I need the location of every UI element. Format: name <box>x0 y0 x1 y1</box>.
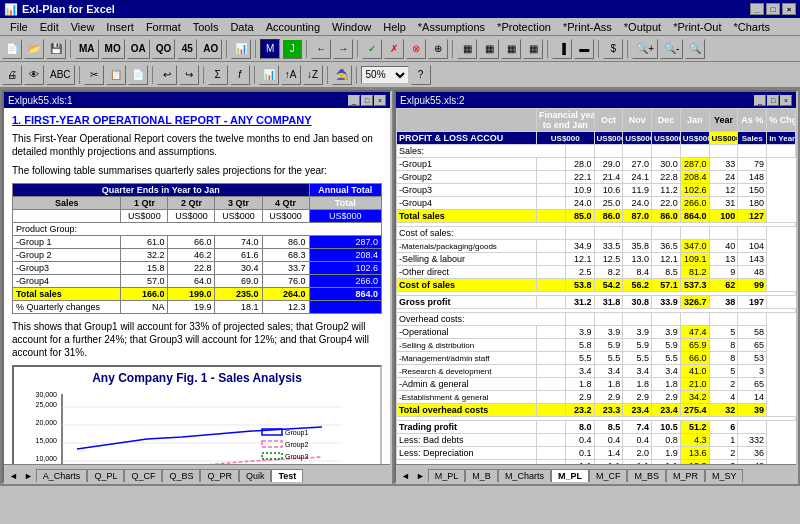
menu-insert[interactable]: Insert <box>100 20 140 34</box>
table-row: Less: Depreciation0.11.42.01.913.6236 <box>397 447 796 460</box>
45-button[interactable]: 45 <box>177 39 197 59</box>
mo-button[interactable]: MO <box>101 39 125 59</box>
grid3-button[interactable]: ▦ <box>501 39 521 59</box>
maximize-button[interactable]: □ <box>766 3 780 15</box>
menu-file[interactable]: File <box>4 20 34 34</box>
close-button[interactable]: × <box>782 3 796 15</box>
m-button[interactable]: M <box>260 39 280 59</box>
cut-button[interactable]: ✂ <box>84 65 104 85</box>
pl-table: Financial yearto end Jan Oct Nov Dec Jan… <box>396 108 796 464</box>
wizard-button[interactable]: 🧙 <box>332 65 352 85</box>
tab-q-pl[interactable]: Q_PL <box>87 469 124 482</box>
stop-button[interactable]: ⊗ <box>406 39 426 59</box>
right-panel-minimize[interactable]: _ <box>754 95 766 106</box>
new-button[interactable]: 📄 <box>2 39 22 59</box>
left-panel-close[interactable]: × <box>374 95 386 106</box>
zoom-out-button[interactable]: 🔍- <box>660 39 683 59</box>
chart2-button[interactable]: 📊 <box>259 65 279 85</box>
dollar-button[interactable]: $ <box>603 39 623 59</box>
svg-rect-26 <box>262 453 282 459</box>
zoom-in-button[interactable]: 🔍+ <box>632 39 658 59</box>
sort-desc-button[interactable]: ↓Z <box>303 65 323 85</box>
preview-button[interactable]: 👁 <box>24 65 44 85</box>
tab-m-b[interactable]: M_B <box>465 469 498 482</box>
open-button[interactable]: 📂 <box>24 39 44 59</box>
grid2-button[interactable]: ▦ <box>479 39 499 59</box>
tab-a-charts[interactable]: A_Charts <box>36 469 88 482</box>
back-button[interactable]: ← <box>311 39 331 59</box>
menu-accounting[interactable]: Accounting <box>260 20 326 34</box>
table-row: -Materials/packaging/goods34.933.535.836… <box>397 240 796 253</box>
left-panel-minimize[interactable]: _ <box>348 95 360 106</box>
menu-print-out[interactable]: *Print-Out <box>667 20 727 34</box>
sort-asc-button[interactable]: ↑A <box>281 65 301 85</box>
tab-q-pr[interactable]: Q_PR <box>200 469 239 482</box>
help-button[interactable]: ? <box>411 65 431 85</box>
ma-button[interactable]: MA <box>75 39 99 59</box>
tab-m-pl[interactable]: M_PL <box>428 469 466 482</box>
tab-m-pl-active[interactable]: M_PL <box>551 469 589 482</box>
tab-nav-left[interactable]: ◄ <box>6 470 21 482</box>
right-tab-nav-right[interactable]: ► <box>413 470 428 482</box>
menu-output[interactable]: *Output <box>618 20 667 34</box>
svg-text:30,000: 30,000 <box>36 391 58 398</box>
undo-button[interactable]: ↩ <box>157 65 177 85</box>
right-panel-close[interactable]: × <box>780 95 792 106</box>
zoom-select[interactable]: 50%75%100% <box>361 66 409 84</box>
grid1-button[interactable]: ▦ <box>457 39 477 59</box>
right-tab-nav-left[interactable]: ◄ <box>398 470 413 482</box>
right-panel-maximize[interactable]: □ <box>767 95 779 106</box>
forward-button[interactable]: → <box>333 39 353 59</box>
menu-view[interactable]: View <box>65 20 101 34</box>
circle-button[interactable]: ⊕ <box>428 39 448 59</box>
menu-assumptions[interactable]: *Assumptions <box>412 20 491 34</box>
tab-q-bs[interactable]: Q_BS <box>162 469 200 482</box>
paste-button[interactable]: 📄 <box>128 65 148 85</box>
row-button[interactable]: ▬ <box>574 39 594 59</box>
col-button[interactable]: ▐ <box>552 39 572 59</box>
menu-window[interactable]: Window <box>326 20 377 34</box>
menu-help[interactable]: Help <box>377 20 412 34</box>
x-button[interactable]: ✗ <box>384 39 404 59</box>
fx-button[interactable]: f <box>230 65 250 85</box>
chart-button[interactable]: 📊 <box>231 39 251 59</box>
left-panel-maximize[interactable]: □ <box>361 95 373 106</box>
check-button[interactable]: ✓ <box>362 39 382 59</box>
svg-text:Group2: Group2 <box>285 441 308 449</box>
qo-button[interactable]: QO <box>152 39 176 59</box>
left-tab-bar: ◄ ► A_Charts Q_PL Q_CF Q_BS Q_PR Quik Te… <box>4 464 390 482</box>
tab-m-charts[interactable]: M_Charts <box>498 469 551 482</box>
print-button[interactable]: 🖨 <box>2 65 22 85</box>
tab-q-cf[interactable]: Q_CF <box>124 469 162 482</box>
zoom-fit-button[interactable]: 🔍 <box>685 39 705 59</box>
tab-m-bs[interactable]: M_BS <box>627 469 666 482</box>
grid4-button[interactable]: ▦ <box>523 39 543 59</box>
menu-data[interactable]: Data <box>224 20 259 34</box>
menu-format[interactable]: Format <box>140 20 187 34</box>
tab-m-cf[interactable]: M_CF <box>589 469 628 482</box>
sep10 <box>79 66 80 84</box>
sum-button[interactable]: Σ <box>208 65 228 85</box>
tab-m-pr[interactable]: M_PR <box>666 469 705 482</box>
save-button[interactable]: 💾 <box>46 39 66 59</box>
spellcheck-button[interactable]: ABC <box>46 65 75 85</box>
copy-button[interactable]: 📋 <box>106 65 126 85</box>
menu-protection[interactable]: *Protection <box>491 20 557 34</box>
oa-button[interactable]: OA <box>127 39 150 59</box>
tab-nav-right[interactable]: ► <box>21 470 36 482</box>
menu-edit[interactable]: Edit <box>34 20 65 34</box>
sep1 <box>70 40 71 58</box>
j-button[interactable]: J <box>282 39 302 59</box>
tab-test[interactable]: Test <box>271 469 303 482</box>
redo-button[interactable]: ↪ <box>179 65 199 85</box>
toolbar-1: 📄 📂 💾 MA MO OA QO 45 AO 📊 M J ← → ✓ ✗ ⊗ … <box>0 36 800 62</box>
menu-print-ass[interactable]: *Print-Ass <box>557 20 618 34</box>
menu-tools[interactable]: Tools <box>187 20 225 34</box>
svg-text:10,000: 10,000 <box>36 455 58 462</box>
ao-button[interactable]: AO <box>199 39 222 59</box>
minimize-button[interactable]: _ <box>750 3 764 15</box>
tab-m-sy[interactable]: M_SY <box>705 469 744 482</box>
menu-charts[interactable]: *Charts <box>727 20 776 34</box>
table-row: -Group 161.066.074.086.0287.0 <box>13 236 382 249</box>
tab-quik[interactable]: Quik <box>239 469 272 482</box>
